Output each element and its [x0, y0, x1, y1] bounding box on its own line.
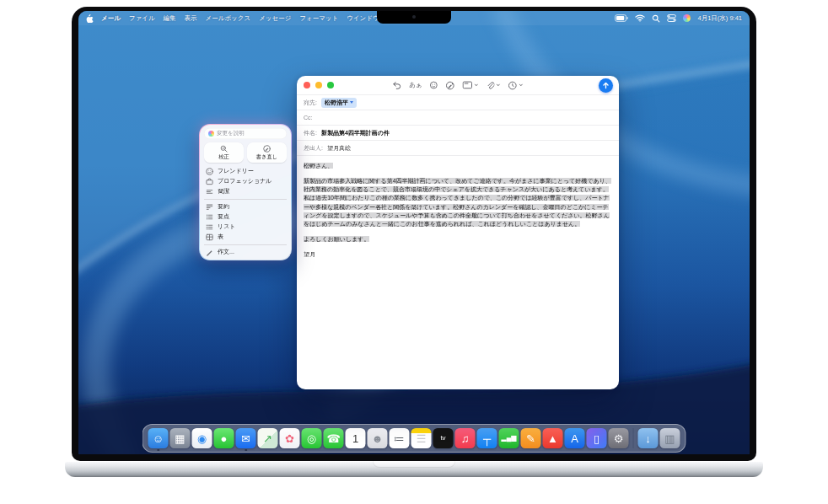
to-field[interactable]: 宛先: 松野浩平 — [297, 94, 619, 110]
recipient-chip[interactable]: 松野浩平 — [321, 98, 357, 108]
writing-tools-option-summary[interactable]: 要約 — [204, 201, 287, 212]
option-label: 表 — [218, 233, 223, 241]
zoom-button[interactable] — [327, 82, 334, 88]
dock-system-settings-icon[interactable]: ⚙ — [609, 428, 629, 448]
minimize-button[interactable] — [315, 82, 322, 88]
friendly-icon — [206, 168, 213, 175]
battery-icon[interactable] — [615, 14, 628, 22]
dock-messages-icon[interactable]: ● — [214, 428, 234, 448]
body-greeting: 松野さん、 — [304, 163, 333, 169]
menu-app-name[interactable]: メール — [101, 14, 121, 23]
menu-clock[interactable]: 4月1日(水) 9:41 — [697, 14, 742, 23]
writing-tools-option-table[interactable]: 表 — [204, 232, 287, 242]
describe-change-input[interactable]: 変更を説明 — [204, 128, 287, 139]
writing-tools-option-friendly[interactable]: フレンドリー — [204, 166, 287, 176]
proofread-button[interactable]: 校正 — [204, 142, 244, 163]
rewrite-button[interactable]: 書き直し — [247, 142, 287, 163]
header-fields-button[interactable] — [463, 81, 479, 89]
apple-menu[interactable] — [86, 13, 94, 23]
dock-pages-icon[interactable]: ✎ — [521, 428, 541, 448]
running-indicator — [245, 449, 247, 452]
dock-keynote-icon[interactable]: ┬ — [477, 428, 497, 448]
trash-glyph: ▥ — [664, 433, 675, 444]
dock: ☺▦◉●✉↗✿◎☎1☻≔☰tv♫┬▂▄▆✎▲A▯⚙↓▥ — [142, 424, 686, 453]
message-body[interactable]: 松野さん、 新製品の市場参入戦略に関する第4四半期計画について、改めてご連絡です… — [297, 155, 619, 271]
emoji-button[interactable] — [430, 81, 438, 89]
dock-finder-icon[interactable]: ☺ — [148, 428, 169, 448]
dock-app-store-icon[interactable]: A — [565, 428, 585, 448]
writing-tools-option-professional[interactable]: プロフェッショナル — [204, 176, 287, 186]
option-label: プロフェッショナル — [218, 177, 272, 185]
dock-downloads-folder-icon[interactable]: ↓ — [638, 428, 659, 448]
writing-tools-options: フレンドリープロフェッショナル簡潔要約要点リスト表作文... — [204, 166, 287, 257]
menu-item-ファイル[interactable]: ファイル — [129, 14, 155, 22]
concise-icon — [206, 188, 213, 196]
from-field[interactable]: 差出人: 望月真絵 — [297, 140, 619, 155]
apple-intelligence-status-icon[interactable] — [683, 14, 691, 22]
up-arrow-icon — [602, 82, 610, 89]
menu-item-編集[interactable]: 編集 — [164, 14, 176, 22]
key-points-icon — [206, 213, 213, 221]
writing-tools-option-list[interactable]: リスト — [204, 222, 287, 232]
dock-maps-icon[interactable]: ↗ — [258, 428, 278, 448]
separator — [204, 199, 287, 200]
undo-button[interactable] — [392, 81, 401, 89]
writing-tools-option-key-points[interactable]: 要点 — [204, 212, 287, 222]
option-label: 作文... — [218, 248, 234, 256]
dock-photos-icon[interactable]: ✿ — [280, 428, 300, 448]
macbook-screen: メール ファイル編集表示メールボックスメッセージフォーマットウインドウヘルプ — [78, 11, 750, 454]
dock-launchpad-icon[interactable]: ▦ — [170, 428, 191, 448]
compose-titlebar[interactable]: あぁ — [297, 76, 619, 94]
writing-tools-button[interactable] — [446, 81, 455, 90]
desktop-stage: メール ファイル編集表示メールボックスメッセージフォーマットウインドウヘルプ — [0, 0, 828, 504]
safari-glyph: ◉ — [197, 433, 207, 444]
to-label: 宛先: — [304, 99, 317, 107]
dock-rocket-app-icon[interactable]: ▲ — [543, 428, 563, 448]
action-label: 校正 — [218, 153, 229, 161]
format-text-button[interactable]: あぁ — [409, 81, 422, 89]
option-label: 簡潔 — [218, 187, 229, 196]
menu-item-表示[interactable]: 表示 — [185, 14, 197, 22]
dock-iphone-mirroring-icon[interactable]: ▯ — [587, 428, 607, 448]
menu-item-ウインドウ[interactable]: ウインドウ — [347, 14, 379, 22]
dock-reminders-icon[interactable]: ≔ — [390, 428, 410, 448]
option-label: フレンドリー — [218, 167, 254, 175]
dock-contacts-icon[interactable]: ☻ — [368, 428, 388, 448]
dock-trash-icon[interactable]: ▥ — [660, 428, 680, 448]
writing-tools-option-concise[interactable]: 簡潔 — [204, 186, 287, 196]
launchpad-glyph: ▦ — [175, 433, 185, 444]
menu-item-フォーマット[interactable]: フォーマット — [299, 14, 338, 22]
contacts-glyph: ☻ — [372, 433, 384, 444]
dock-notes-icon[interactable]: ☰ — [411, 428, 432, 448]
dock-phone-icon[interactable]: ☎ — [324, 428, 344, 448]
attach-file-button[interactable] — [487, 81, 501, 90]
cc-field[interactable]: Cc: — [297, 110, 619, 125]
send-later-button[interactable] — [508, 81, 524, 90]
action-label: 書き直し — [256, 153, 277, 161]
dock-music-icon[interactable]: ♫ — [455, 428, 476, 448]
dock-numbers-icon[interactable]: ▂▄▆ — [499, 428, 519, 448]
wifi-icon[interactable] — [635, 14, 645, 22]
menu-items: ファイル編集表示メールボックスメッセージフォーマットウインドウヘルプ — [129, 14, 416, 23]
keynote-glyph: ┬ — [483, 433, 491, 444]
camera-notch — [377, 11, 451, 24]
dock-facetime-icon[interactable]: ◎ — [302, 428, 322, 448]
music-glyph: ♫ — [461, 433, 470, 444]
spotlight-search-icon[interactable] — [652, 14, 660, 23]
dock-calendar-icon[interactable]: 1 — [346, 428, 366, 448]
camera-dot — [412, 15, 416, 19]
option-label: リスト — [218, 223, 236, 231]
menu-item-メッセージ[interactable]: メッセージ — [259, 14, 291, 22]
send-button[interactable] — [599, 78, 613, 93]
subject-field[interactable]: 件名: 新製品第4四半期計画の件 — [297, 125, 619, 140]
dock-mail-icon[interactable]: ✉ — [236, 428, 256, 448]
writing-tools-option-compose[interactable]: 作文... — [204, 247, 287, 257]
body-paragraph: 新製品の市場参入戦略に関する第4四半期計画について、改めてご連絡です。今がまさに… — [304, 178, 611, 227]
dock-tv-icon[interactable]: tv — [433, 428, 454, 448]
macbook-base — [65, 461, 763, 477]
close-button[interactable] — [304, 82, 310, 88]
menu-item-メールボックス[interactable]: メールボックス — [206, 14, 251, 22]
professional-icon — [206, 178, 213, 185]
dock-safari-icon[interactable]: ◉ — [192, 428, 212, 448]
control-center-icon[interactable] — [667, 14, 676, 22]
